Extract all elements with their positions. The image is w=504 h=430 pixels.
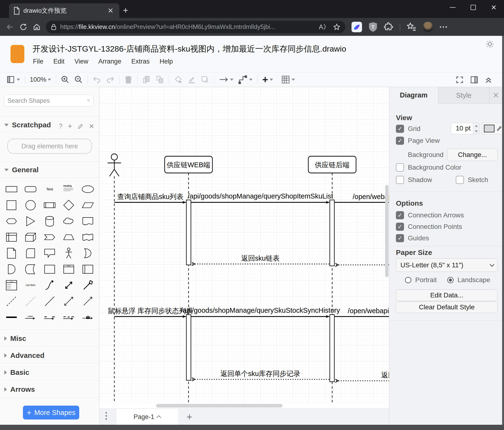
section-advanced[interactable]: Advanced xyxy=(4,351,44,360)
scratchpad-header[interactable]: Scratchpad xyxy=(4,121,51,129)
insert-button[interactable]: + xyxy=(262,76,273,83)
section-arrows[interactable]: Arrows xyxy=(4,385,35,393)
shape-data-storage-icon[interactable] xyxy=(21,261,40,277)
shape-actor-icon[interactable] xyxy=(59,245,78,261)
drawing-canvas[interactable]: 供应链WEB端 供应链后端 查询店铺商品sku xyxy=(99,87,389,403)
shape-rounded-rectangle-icon[interactable] xyxy=(21,181,40,197)
message-label[interactable]: /open/webapi/iten xyxy=(348,307,389,315)
guides-checkbox[interactable] xyxy=(396,234,404,242)
back-icon[interactable] xyxy=(3,23,17,31)
zoom-out-icon[interactable] xyxy=(74,75,83,84)
waypoint-style-button[interactable] xyxy=(238,75,252,84)
minimize-button[interactable] xyxy=(442,0,463,15)
new-tab-button[interactable]: + xyxy=(123,5,128,16)
tab-diagram[interactable]: Diagram xyxy=(389,87,438,104)
home-icon[interactable] xyxy=(30,23,44,31)
message-label[interactable]: 鼠标悬浮 库存同步状态列表 xyxy=(108,307,193,315)
refresh-icon[interactable] xyxy=(17,23,30,31)
message-label[interactable]: 查询店铺商品sku列表 xyxy=(117,193,183,200)
participant-web-label[interactable]: 供应链WEB端 xyxy=(167,161,210,169)
section-misc[interactable]: Misc xyxy=(4,335,26,343)
close-window-button[interactable]: ✕ xyxy=(484,0,504,15)
maximize-button[interactable] xyxy=(463,0,484,15)
activation-web-1[interactable] xyxy=(186,200,191,265)
message-label[interactable]: /api/goods/shopManage/queryShopItemSkuLi… xyxy=(188,192,333,200)
shape-diamond-icon[interactable] xyxy=(59,197,78,213)
message-label[interactable]: 返回单个sku库存同步记录 xyxy=(220,370,300,377)
pages-menu-icon[interactable] xyxy=(106,412,107,420)
shape-square-icon[interactable] xyxy=(2,197,21,213)
message-label[interactable]: /open/webapi/ xyxy=(353,193,389,200)
address-bar[interactable]: https://file.kkview.cn/onlinePreview?url… xyxy=(46,21,345,33)
shape-directional-connector-icon[interactable] xyxy=(78,293,97,309)
add-page-button[interactable]: + xyxy=(187,411,192,422)
format-panel-toggle-icon[interactable] xyxy=(470,76,478,84)
browser-menu-icon[interactable] xyxy=(440,26,447,28)
shape-cube-icon[interactable] xyxy=(21,229,40,245)
view-format-button[interactable] xyxy=(7,75,20,84)
shape-container-titled-icon[interactable] xyxy=(59,261,78,277)
shape-link-icon[interactable] xyxy=(2,309,21,325)
fill-color-icon[interactable] xyxy=(174,75,183,84)
shadow-icon[interactable] xyxy=(201,75,209,84)
shape-vertical-container-icon[interactable] xyxy=(78,261,97,277)
background-color-checkbox[interactable] xyxy=(396,163,404,171)
read-aloud-icon[interactable]: A》 xyxy=(319,23,330,31)
more-shapes-button[interactable]: +More Shapes xyxy=(23,406,79,420)
undo-icon[interactable] xyxy=(93,75,101,84)
to-back-icon[interactable] xyxy=(156,75,164,84)
sketch-checkbox[interactable] xyxy=(456,176,464,184)
tab-style[interactable]: Style xyxy=(438,87,489,104)
scratchpad-help-icon[interactable]: ? xyxy=(59,122,63,130)
activation-web-2[interactable] xyxy=(186,315,191,380)
section-general[interactable]: General xyxy=(4,166,39,174)
url-text[interactable]: https://file.kkview.cn/onlinePreview?url… xyxy=(60,23,315,31)
menu-edit[interactable]: Edit xyxy=(54,58,65,65)
shape-cloud-icon[interactable] xyxy=(59,213,78,229)
message-label[interactable]: 返回sku链表 xyxy=(241,254,279,262)
table-button[interactable] xyxy=(281,75,295,84)
shape-process-icon[interactable] xyxy=(40,197,59,213)
canvas-horizontal-scrollbar[interactable] xyxy=(99,403,389,409)
shape-ellipse-icon[interactable] xyxy=(78,181,97,197)
shape-trapezoid-icon[interactable] xyxy=(59,229,78,245)
theme-sun-icon[interactable] xyxy=(485,40,495,49)
extension-shield-icon[interactable]: T xyxy=(368,22,378,32)
menu-help[interactable]: Help xyxy=(160,58,173,65)
grid-size-input[interactable]: 10 pt xyxy=(451,123,473,134)
scratchpad-dropzone[interactable]: Drag elements here xyxy=(7,139,92,154)
shape-triangle-icon[interactable] xyxy=(21,213,40,229)
shape-circle-icon[interactable] xyxy=(21,197,40,213)
grid-color-button[interactable] xyxy=(482,122,504,134)
fullscreen-icon[interactable] xyxy=(455,75,464,84)
browser-tab[interactable]: drawio文件预览 ✕ xyxy=(9,3,119,18)
tab-close-icon[interactable]: ✕ xyxy=(106,6,115,15)
shape-parallelogram-icon[interactable] xyxy=(78,197,97,213)
canvas-vertical-scrollbar[interactable] xyxy=(385,185,388,277)
page-view-checkbox[interactable] xyxy=(396,137,404,145)
collapse-toolbar-icon[interactable] xyxy=(485,76,493,84)
delete-icon[interactable] xyxy=(124,75,132,84)
menu-view[interactable]: View xyxy=(74,58,88,65)
shape-cylinder-icon[interactable] xyxy=(40,213,59,229)
shape-or-icon[interactable] xyxy=(78,245,97,261)
page-tab[interactable]: Page-1 xyxy=(117,409,178,425)
shape-curve-icon[interactable] xyxy=(40,277,59,293)
line-color-icon[interactable] xyxy=(187,75,196,84)
redo-icon[interactable] xyxy=(106,75,115,84)
shape-text-icon[interactable]: Text xyxy=(40,181,59,197)
grid-size-stepper[interactable] xyxy=(473,123,479,134)
landscape-radio[interactable] xyxy=(447,277,454,283)
extensions-puzzle-icon[interactable] xyxy=(384,22,394,32)
shape-list-item-icon[interactable]: List Item xyxy=(21,277,40,293)
favorites-bar-icon[interactable] xyxy=(406,22,416,32)
favorite-star-icon[interactable] xyxy=(333,23,341,31)
shape-textbox-icon[interactable]: Heading xyxy=(59,181,78,197)
shape-tape-icon[interactable] xyxy=(78,229,97,245)
shape-step-icon[interactable] xyxy=(40,229,59,245)
search-input[interactable] xyxy=(7,97,87,104)
shape-internal-storage-icon[interactable] xyxy=(2,229,21,245)
connection-arrows-checkbox[interactable] xyxy=(396,211,404,219)
activation-backend-1[interactable] xyxy=(330,200,334,266)
shape-and-icon[interactable] xyxy=(2,261,21,277)
